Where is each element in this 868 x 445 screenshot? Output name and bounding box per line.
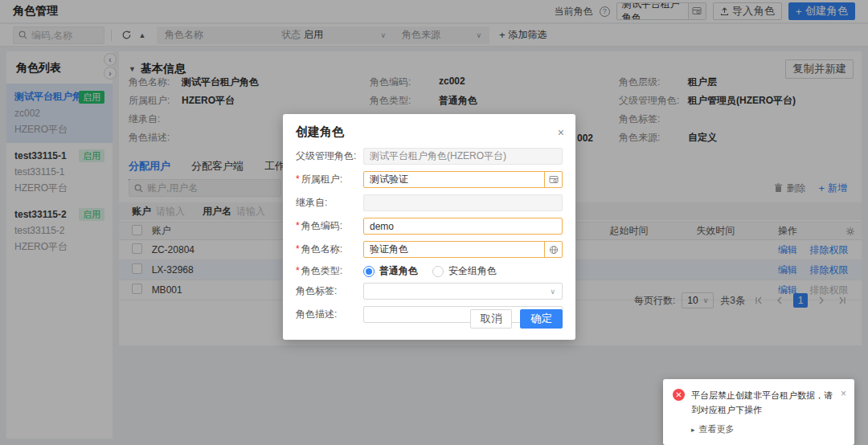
error-toast: ✕ 平台层禁止创建非平台租户数据，请到对应租户下操作 × ▸ 查看更多 (663, 379, 854, 445)
role-code-field[interactable] (363, 218, 563, 235)
role-type-radios: 普通角色 安全组角色 (363, 264, 497, 278)
role-name-field[interactable] (363, 241, 563, 258)
create-role-modal: 创建角色 × 父级管理角色: *所属租户: 继承自: * (283, 114, 575, 340)
parent-role-field (363, 148, 563, 165)
cancel-button[interactable]: 取消 (470, 309, 513, 329)
modal-title: 创建角色 (296, 125, 344, 140)
role-management-page: 角色管理 当前角色 ? 测试平台租户角色 导入角色 + 创建角色 (0, 0, 868, 445)
confirm-button[interactable]: 确定 (520, 309, 563, 329)
radio-normal-role[interactable]: 普通角色 (363, 264, 418, 278)
caret-right-icon: ▸ (691, 426, 695, 434)
chevron-down-icon: ∨ (550, 288, 555, 296)
radio-selected-icon (363, 266, 375, 277)
radio-security-group-role[interactable]: 安全组角色 (432, 264, 497, 278)
error-icon: ✕ (673, 389, 685, 401)
toast-message: 平台层禁止创建非平台租户数据，请到对应租户下操作 (691, 389, 834, 417)
close-icon[interactable]: × (841, 389, 846, 417)
view-more-link[interactable]: ▸ 查看更多 (691, 423, 846, 435)
inherit-from-field (363, 194, 563, 211)
tenant-field[interactable] (363, 171, 563, 188)
radio-unselected-icon (432, 266, 444, 277)
globe-icon[interactable] (544, 242, 562, 257)
close-icon[interactable]: × (558, 127, 564, 138)
lov-icon[interactable] (544, 172, 562, 187)
role-tag-select[interactable]: ∨ (363, 283, 563, 300)
